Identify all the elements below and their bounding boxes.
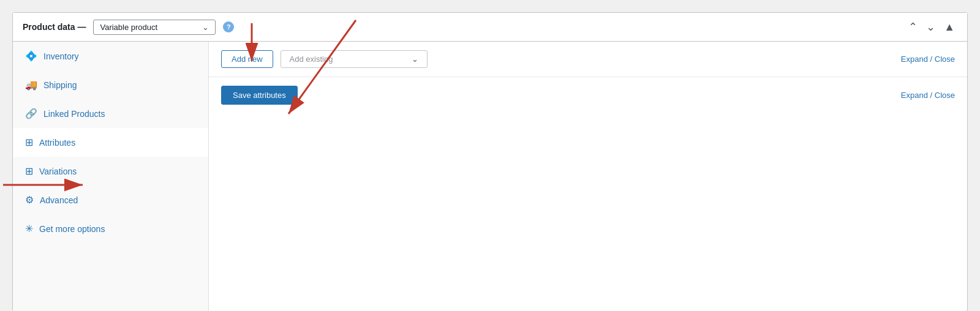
- sidebar-item-variations-label: Variations: [39, 167, 77, 176]
- add-existing-placeholder: Add existing: [290, 54, 333, 64]
- sidebar-item-variations[interactable]: ⊞ Variations: [13, 157, 208, 185]
- get-more-options-icon: ✳: [25, 223, 33, 234]
- inventory-icon: 💠: [25, 50, 37, 62]
- product-data-title: Product data —: [23, 22, 86, 32]
- sidebar: 💠 Inventory 🚚 Shipping 🔗 Linked Products…: [13, 42, 209, 311]
- sidebar-item-attributes-label: Attributes: [39, 138, 75, 148]
- save-attributes-button[interactable]: Save attributes: [221, 86, 298, 105]
- chevron-down-icon: ⌄: [202, 23, 209, 32]
- collapse-up-button[interactable]: ⌃: [906, 19, 920, 35]
- variations-icon: ⊞: [25, 165, 33, 177]
- sidebar-item-shipping[interactable]: 🚚 Shipping: [13, 70, 208, 99]
- sidebar-item-linked-products[interactable]: 🔗 Linked Products: [13, 99, 208, 128]
- help-icon[interactable]: ?: [223, 21, 234, 32]
- add-new-button[interactable]: Add new: [221, 50, 273, 68]
- sidebar-item-get-more-options-label: Get more options: [39, 224, 105, 234]
- attributes-bottom-row: Save attributes Expand / Close: [209, 77, 967, 113]
- sidebar-item-get-more-options[interactable]: ✳ Get more options: [13, 214, 208, 243]
- sidebar-item-attributes[interactable]: ⊞ Attributes: [13, 128, 208, 157]
- expand-close-bottom[interactable]: Expand / Close: [901, 91, 955, 100]
- sidebar-item-advanced[interactable]: ⚙ Advanced: [13, 185, 208, 214]
- sidebar-item-linked-products-label: Linked Products: [43, 109, 105, 119]
- product-type-label: Variable product: [100, 23, 157, 32]
- main-content: Add new Add existing ⌄ Expand / Close Sa…: [209, 42, 967, 311]
- product-data-body: 💠 Inventory 🚚 Shipping 🔗 Linked Products…: [13, 42, 967, 311]
- collapse-down-button[interactable]: ⌄: [924, 19, 938, 35]
- product-data-header: Product data — Variable product ⌄ ? ⌃ ⌄ …: [13, 13, 967, 42]
- product-data-box: Product data — Variable product ⌄ ? ⌃ ⌄ …: [12, 12, 968, 311]
- attributes-top-row: Add new Add existing ⌄ Expand / Close: [209, 42, 967, 77]
- sidebar-item-advanced-label: Advanced: [40, 195, 78, 205]
- product-type-select[interactable]: Variable product ⌄: [93, 20, 216, 35]
- sidebar-item-inventory[interactable]: 💠 Inventory: [13, 42, 208, 70]
- linked-products-icon: 🔗: [25, 108, 37, 119]
- add-existing-select[interactable]: Add existing ⌄: [281, 50, 428, 68]
- header-actions: ⌃ ⌄ ▲: [906, 19, 957, 35]
- expand-button[interactable]: ▲: [941, 20, 957, 35]
- advanced-icon: ⚙: [25, 194, 34, 206]
- sidebar-item-shipping-label: Shipping: [43, 80, 77, 90]
- attributes-icon: ⊞: [25, 137, 33, 148]
- expand-close-top[interactable]: Expand / Close: [901, 54, 955, 64]
- add-existing-chevron-icon: ⌄: [412, 54, 418, 64]
- shipping-icon: 🚚: [25, 79, 37, 91]
- sidebar-item-inventory-label: Inventory: [43, 51, 79, 61]
